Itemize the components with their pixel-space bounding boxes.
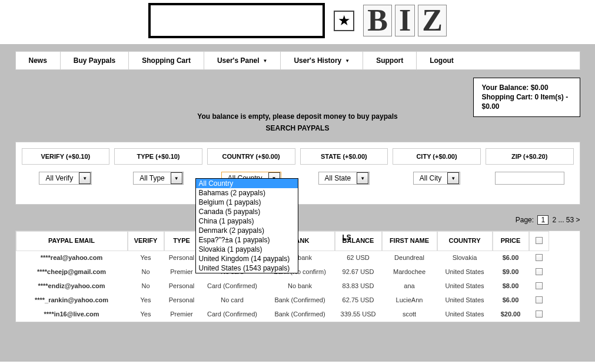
table-cell: 92.67 USD	[335, 265, 382, 279]
table-cell: ****_rankin@yahoo.com	[16, 293, 128, 308]
table-cell: 339.55 USD	[335, 308, 382, 322]
verify-select[interactable]: All Verify ▼	[39, 172, 92, 185]
select-all-checkbox[interactable]	[536, 237, 543, 244]
main-nav: NewsBuy PaypalsShopping CartUser's Panel…	[15, 51, 580, 70]
type-select[interactable]: All Type ▼	[133, 172, 183, 185]
star-icon: ★	[334, 11, 354, 31]
country-option[interactable]: United Kingdom (14 paypals)	[196, 254, 298, 263]
country-option[interactable]: Bahamas (2 paypals)	[196, 188, 298, 198]
row-checkbox[interactable]	[536, 268, 543, 275]
biz-letter: Z	[418, 5, 447, 36]
nav-item[interactable]: Logout	[417, 52, 467, 69]
column-header: FIRST NAME	[382, 231, 437, 251]
filter-head-zip: ZIP (+$0.20)	[486, 148, 574, 165]
obscured-text: LS	[343, 233, 351, 242]
country-option[interactable]: All Country	[196, 179, 298, 188]
chevron-down-icon[interactable]: ▼	[171, 172, 182, 184]
country-option[interactable]: Denmark (2 paypals)	[196, 226, 298, 235]
table-cell: United States	[437, 265, 493, 279]
table-cell: 83.83 USD	[335, 279, 382, 293]
table-cell: Premier	[164, 308, 200, 322]
filter-head-verify: VERIFY (+$0.10)	[22, 148, 110, 165]
table-cell: Premier	[164, 265, 200, 279]
country-option[interactable]: Espa?"?±a (1 paypals)	[196, 235, 298, 245]
table-cell: ****in16@live.com	[16, 308, 128, 322]
search-title: SEARCH PAYPALS	[15, 124, 580, 132]
country-option[interactable]: United States (1543 paypals)	[196, 263, 298, 273]
country-option[interactable]: Slovakia (1 paypals)	[196, 245, 298, 254]
biz-letter: I	[395, 5, 415, 36]
table-cell: Personal	[164, 293, 200, 308]
type-select-label: All Type	[134, 174, 170, 182]
filter-head-state: STATE (+$0.00)	[300, 148, 388, 165]
table-cell: United States	[437, 279, 493, 293]
biz-letter: B	[363, 5, 392, 36]
chevron-down-icon: ▼	[345, 58, 350, 64]
table-cell: No card	[200, 293, 265, 308]
table-cell: $6.00	[493, 251, 529, 265]
table-cell: Card (Confirmed)	[200, 308, 265, 322]
column-header: VERIFY	[128, 231, 164, 251]
header-logo: ★ B I Z	[0, 0, 595, 44]
table-cell: Deundreal	[382, 251, 437, 265]
filter-head-type: TYPE (+$0.10)	[114, 148, 202, 165]
row-select-cell	[529, 265, 549, 279]
nav-item[interactable]: User's Panel▼	[204, 52, 281, 69]
page-current[interactable]: 1	[537, 215, 549, 225]
country-dropdown-list[interactable]: All CountryBahamas (2 paypals)Belgium (1…	[195, 178, 298, 273]
country-option[interactable]: Belgium (1 paypals)	[196, 198, 298, 207]
table-row: ****endiz@yahoo.comNoPersonalCard (Confi…	[16, 279, 580, 293]
logo-blank-box	[148, 3, 325, 38]
column-header: BALANCE	[335, 231, 382, 251]
table-cell: Card (Confirmed)	[200, 279, 265, 293]
row-checkbox[interactable]	[536, 282, 543, 289]
nav-item[interactable]: Shopping Cart	[129, 52, 204, 69]
table-cell: No bank	[265, 279, 335, 293]
table-cell: No	[128, 279, 164, 293]
table-cell: ****real@yahoo.com	[16, 251, 128, 265]
chevron-down-icon[interactable]: ▼	[79, 172, 91, 184]
row-checkbox[interactable]	[536, 296, 543, 303]
table-cell: scott	[382, 308, 437, 322]
table-cell: $8.00	[493, 279, 529, 293]
table-cell: ana	[382, 279, 437, 293]
row-select-cell	[529, 279, 549, 293]
row-select-cell	[529, 293, 549, 308]
row-select-cell	[529, 308, 549, 322]
column-header: COUNTRY	[437, 231, 493, 251]
country-option[interactable]: Canada (5 paypals)	[196, 207, 298, 216]
state-select[interactable]: All State ▼	[318, 172, 370, 185]
table-cell: Personal	[164, 279, 200, 293]
select-all-cell	[529, 231, 549, 251]
row-select-cell	[529, 251, 549, 265]
zip-input[interactable]	[495, 172, 564, 185]
page-label: Page:	[516, 216, 534, 224]
balance-line: Your Balance: $0.00	[482, 83, 571, 92]
table-cell: ****cheejp@gmail.com	[16, 265, 128, 279]
chevron-down-icon[interactable]: ▼	[357, 172, 368, 184]
table-row: ****_rankin@yahoo.comYesPersonalNo cardB…	[16, 293, 580, 308]
column-header: TYPE	[164, 231, 200, 251]
table-cell: $9.00	[493, 265, 529, 279]
nav-item[interactable]: Buy Paypals	[61, 52, 129, 69]
city-select-label: All City	[414, 174, 447, 182]
table-cell: Bank (Confirmed)	[265, 308, 335, 322]
page-links[interactable]: 2 ... 53 >	[552, 216, 580, 224]
table-cell: Yes	[128, 308, 164, 322]
table-cell: United States	[437, 293, 493, 308]
row-checkbox[interactable]	[536, 254, 543, 261]
filter-head-city: CITY (+$0.00)	[393, 148, 481, 165]
table-cell: Slovakia	[437, 251, 493, 265]
table-cell: Bank (Confirmed)	[265, 293, 335, 308]
city-select[interactable]: All City ▼	[413, 172, 460, 185]
state-select-label: All State	[319, 174, 357, 182]
nav-item[interactable]: User's History▼	[281, 52, 363, 69]
verify-select-label: All Verify	[39, 174, 79, 182]
table-row: ****in16@live.comYesPremierCard (Confirm…	[16, 308, 580, 322]
nav-item[interactable]: Support	[363, 52, 417, 69]
chevron-down-icon[interactable]: ▼	[447, 172, 459, 184]
country-option[interactable]: China (1 paypals)	[196, 216, 298, 226]
nav-item[interactable]: News	[16, 52, 61, 69]
row-checkbox[interactable]	[536, 310, 543, 318]
cart-line: Shopping Cart: 0 Item(s) - $0.00	[482, 92, 571, 111]
